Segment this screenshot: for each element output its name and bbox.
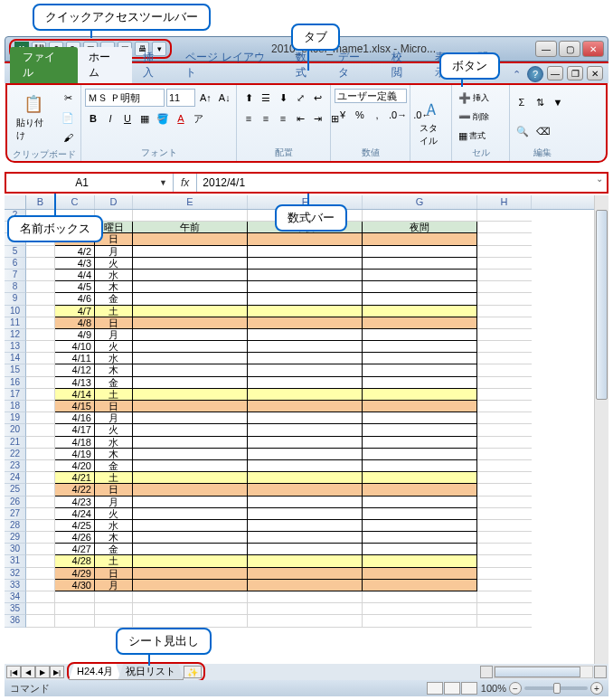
cell[interactable]: 午前 (133, 222, 248, 233)
cell[interactable] (363, 424, 477, 436)
cell[interactable] (248, 484, 363, 496)
tab-数式[interactable]: 数式 (285, 47, 328, 83)
new-sheet-button[interactable]: ✨ (184, 666, 202, 678)
cell[interactable] (133, 520, 248, 532)
decrease-indent-button[interactable]: ⇤ (292, 109, 308, 128)
cell[interactable] (248, 603, 363, 615)
zoom-percent[interactable]: 100% (481, 683, 506, 694)
cell[interactable] (248, 329, 363, 341)
cell[interactable] (363, 210, 477, 222)
cell[interactable] (363, 246, 477, 258)
cell[interactable] (248, 377, 363, 389)
currency-button[interactable]: ¥ (335, 106, 351, 124)
cell[interactable] (133, 317, 248, 329)
workbook-close-button[interactable]: ✕ (587, 66, 603, 80)
tab-データ[interactable]: データ (327, 47, 381, 83)
column-header[interactable]: G (363, 195, 477, 209)
cell[interactable] (363, 580, 477, 591)
cell[interactable] (477, 258, 532, 270)
cell[interactable] (477, 341, 532, 353)
cell[interactable] (477, 401, 532, 412)
italic-button[interactable]: I (102, 109, 118, 128)
cell[interactable] (133, 329, 248, 341)
cell[interactable] (248, 364, 363, 376)
cell[interactable]: 火 (95, 258, 133, 270)
cell[interactable] (477, 329, 532, 341)
fill-button[interactable]: ▼ (550, 93, 566, 111)
cell[interactable]: 土 (95, 472, 133, 484)
increase-indent-button[interactable]: ⇥ (309, 109, 325, 128)
row-header[interactable]: 21 (5, 437, 26, 449)
align-bottom-button[interactable]: ⬇ (275, 89, 291, 107)
row-header[interactable]: 33 (5, 580, 26, 591)
cell[interactable]: 4/13 (55, 377, 95, 389)
cell[interactable] (363, 532, 477, 544)
cell[interactable] (477, 353, 532, 364)
row-header[interactable]: 11 (5, 317, 26, 329)
row-header[interactable]: 14 (5, 353, 26, 364)
fill-color-button[interactable]: 🪣 (154, 109, 172, 128)
row-header[interactable]: 24 (5, 472, 26, 484)
cell[interactable] (133, 353, 248, 364)
cell[interactable]: 4/12 (55, 364, 95, 376)
cell[interactable]: 土 (95, 555, 133, 567)
decrease-font-button[interactable]: A↓ (216, 89, 233, 107)
row-header[interactable]: 12 (5, 329, 26, 341)
close-button[interactable]: ✕ (582, 41, 604, 57)
percent-button[interactable]: % (352, 106, 368, 124)
format-cells-button[interactable]: ▦書式 (456, 127, 506, 145)
cell[interactable] (133, 472, 248, 484)
last-sheet-button[interactable]: ▶| (50, 666, 64, 678)
cell[interactable] (477, 270, 532, 281)
select-all-corner[interactable] (5, 195, 26, 209)
cell[interactable]: 金 (95, 377, 133, 389)
cell[interactable]: 4/15 (55, 401, 95, 412)
cell[interactable] (248, 270, 363, 281)
cell[interactable] (133, 258, 248, 270)
cell[interactable]: 4/18 (55, 437, 95, 449)
zoom-in-button[interactable]: + (590, 682, 603, 695)
zoom-slider-knob[interactable] (553, 683, 561, 694)
cell[interactable]: 日 (95, 317, 133, 329)
cell[interactable]: 月 (95, 329, 133, 341)
row-header[interactable]: 7 (5, 270, 26, 281)
cell[interactable] (477, 544, 532, 555)
cell[interactable] (133, 615, 248, 627)
row-header[interactable]: 35 (5, 603, 26, 615)
orientation-button[interactable]: ⤢ (292, 89, 308, 107)
row-header[interactable]: 13 (5, 341, 26, 353)
cell[interactable]: 月 (95, 497, 133, 508)
cell[interactable] (26, 270, 55, 281)
row-header[interactable]: 23 (5, 460, 26, 472)
row-header[interactable]: 10 (5, 306, 26, 317)
cell[interactable] (26, 329, 55, 341)
cell[interactable] (477, 377, 532, 389)
cell[interactable] (26, 389, 55, 401)
cell[interactable] (133, 424, 248, 436)
cell[interactable] (55, 615, 95, 627)
cell[interactable] (477, 222, 532, 233)
cell[interactable] (133, 246, 248, 258)
cell[interactable] (133, 568, 248, 580)
cell[interactable]: 月 (95, 246, 133, 258)
cell[interactable] (363, 293, 477, 305)
cell[interactable]: 4/8 (55, 317, 95, 329)
cell[interactable]: 4/28 (55, 555, 95, 567)
name-box-dropdown-icon[interactable]: ▼ (156, 178, 171, 187)
cell[interactable]: 木 (95, 364, 133, 376)
cell[interactable] (26, 424, 55, 436)
cell[interactable]: 4/3 (55, 258, 95, 270)
cell[interactable] (26, 281, 55, 293)
cell[interactable] (133, 389, 248, 401)
cell[interactable] (55, 603, 95, 615)
column-header[interactable]: B (26, 195, 55, 209)
cell[interactable] (133, 306, 248, 317)
cell[interactable] (477, 449, 532, 460)
cell[interactable]: 4/17 (55, 424, 95, 436)
cell[interactable]: 火 (95, 424, 133, 436)
font-size-select[interactable] (166, 89, 195, 107)
row-header[interactable]: 28 (5, 520, 26, 532)
column-header[interactable]: E (133, 195, 248, 209)
expand-formula-bar-icon[interactable]: ⌄ (592, 174, 607, 192)
cell[interactable]: 土 (95, 306, 133, 317)
